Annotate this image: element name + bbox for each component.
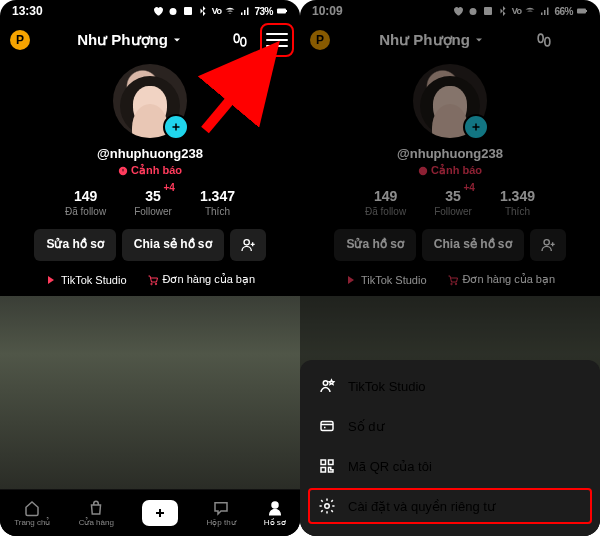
svg-point-5 — [241, 38, 246, 46]
nav-shop[interactable]: Cửa hàng — [79, 499, 114, 527]
stat-following[interactable]: 149 Đã follow — [365, 187, 406, 217]
svg-point-29 — [325, 504, 330, 509]
cart-icon — [147, 274, 159, 286]
sheet-qr[interactable]: Mã QR của tôi — [300, 446, 600, 486]
username[interactable]: @nhuphuong238 — [397, 146, 503, 161]
svg-point-22 — [455, 283, 457, 285]
svg-rect-28 — [321, 468, 326, 473]
svg-point-20 — [544, 240, 549, 245]
svg-point-9 — [155, 283, 157, 285]
footprint-icon[interactable] — [534, 30, 554, 50]
stat-label: Đã follow — [65, 206, 106, 217]
add-friend-icon — [540, 237, 556, 253]
stat-num: 149 — [74, 188, 97, 204]
stat-label: Thích — [200, 206, 235, 217]
stat-label: Đã follow — [365, 206, 406, 217]
alarm-icon — [167, 5, 179, 17]
p-badge[interactable]: P — [310, 30, 330, 50]
edit-profile-button[interactable]: Sửa hồ sơ — [334, 229, 415, 261]
footprint-icon[interactable] — [230, 30, 250, 50]
action-buttons: Sửa hồ sơ Chia sẻ hồ sơ — [0, 229, 300, 261]
quick-links: TikTok Studio Đơn hàng của bạn — [300, 273, 600, 286]
stat-followers[interactable]: 35+4 Follower — [434, 187, 472, 217]
warning-text: Cảnh báo — [431, 164, 482, 177]
link-studio[interactable]: TikTok Studio — [345, 273, 427, 286]
avatar-wrap[interactable] — [113, 64, 187, 138]
svg-rect-3 — [286, 10, 287, 12]
svg-point-18 — [545, 38, 550, 46]
stat-followers[interactable]: 35+4 Follower — [134, 187, 172, 217]
svg-point-8 — [150, 283, 152, 285]
profile-icon — [266, 499, 284, 517]
plus-icon — [170, 121, 182, 133]
menu-button[interactable] — [264, 27, 290, 53]
link-orders[interactable]: Đơn hàng của bạn — [147, 273, 256, 286]
stats-row: 149 Đã follow 35+4 Follower 1.349 Thích — [300, 187, 600, 217]
stat-label: Follower — [134, 206, 172, 217]
profile-title[interactable]: Như Phượng — [77, 31, 183, 49]
profile-title[interactable]: Như Phượng — [379, 31, 485, 49]
svg-point-4 — [234, 34, 239, 42]
nav-create[interactable] — [142, 500, 178, 526]
username[interactable]: @nhuphuong238 — [97, 146, 203, 161]
add-story-button[interactable] — [463, 114, 489, 140]
sheet-studio-text: TikTok Studio — [348, 379, 426, 394]
battery-pct: 73% — [254, 6, 273, 17]
stat-sup: +4 — [163, 182, 174, 193]
sheet-settings[interactable]: Cài đặt và quyền riêng tư — [306, 486, 594, 526]
svg-rect-25 — [321, 422, 333, 431]
shop-icon — [87, 499, 105, 517]
chevron-down-icon — [473, 34, 485, 46]
add-story-button[interactable] — [163, 114, 189, 140]
title-text: Như Phượng — [379, 31, 470, 49]
studio-icon — [345, 274, 357, 286]
sheet-studio[interactable]: TikTok Studio — [300, 366, 600, 406]
svg-point-17 — [538, 34, 543, 42]
stats-row: 149 Đã follow 35+4 Follower 1.347 Thích — [0, 187, 300, 217]
nav-profile-label: Hồ sơ — [264, 518, 286, 527]
quick-links: TikTok Studio Đơn hàng của bạn — [0, 273, 300, 286]
p-badge[interactable]: P — [10, 30, 30, 50]
svg-point-0 — [169, 8, 176, 15]
studio-icon — [45, 274, 57, 286]
chevron-down-icon — [171, 34, 183, 46]
vo-icon: Vo — [212, 6, 222, 16]
status-bar: 10:09 Vo 66% — [300, 0, 600, 22]
status-time: 13:30 — [12, 4, 43, 18]
warning-badge[interactable]: Cảnh báo — [118, 164, 182, 177]
battery-icon — [276, 5, 288, 17]
add-friend-icon — [240, 237, 256, 253]
add-friend-button[interactable] — [230, 229, 266, 261]
share-profile-button[interactable]: Chia sẻ hồ sơ — [422, 229, 524, 261]
stat-label: Thích — [500, 206, 535, 217]
svg-point-19 — [419, 166, 427, 174]
heart-icon — [152, 5, 164, 17]
sheet-balance[interactable]: Số dư — [300, 406, 600, 446]
stat-likes[interactable]: 1.347 Thích — [200, 187, 235, 217]
svg-rect-2 — [277, 9, 286, 14]
nav-home[interactable]: Trang chủ — [14, 499, 50, 527]
stat-following[interactable]: 149 Đã follow — [65, 187, 106, 217]
nav-profile[interactable]: Hồ sơ — [264, 499, 286, 527]
link-orders[interactable]: Đơn hàng của bạn — [447, 273, 556, 286]
svg-rect-27 — [329, 460, 334, 465]
menu-sheet: TikTok Studio Số dư Mã QR của tôi Cài đặ… — [300, 360, 600, 536]
link-studio[interactable]: TikTok Studio — [45, 273, 127, 286]
svg-rect-14 — [484, 7, 492, 15]
stat-likes[interactable]: 1.349 Thích — [500, 187, 535, 217]
wifi-icon — [224, 5, 236, 17]
nav-inbox[interactable]: Hộp thư — [206, 499, 235, 527]
svg-point-21 — [450, 283, 452, 285]
warning-badge[interactable]: Cảnh báo — [418, 164, 482, 177]
add-friend-button[interactable] — [530, 229, 566, 261]
edit-profile-button[interactable]: Sửa hồ sơ — [34, 229, 115, 261]
alarm-icon — [467, 5, 479, 17]
avatar-wrap[interactable] — [413, 64, 487, 138]
svg-point-11 — [272, 502, 278, 508]
phone-right: 10:09 Vo 66% P Như Phượng — [300, 0, 600, 536]
share-profile-button[interactable]: Chia sẻ hồ sơ — [122, 229, 224, 261]
nfc-icon — [482, 5, 494, 17]
qr-icon — [318, 457, 336, 475]
svg-point-7 — [244, 240, 249, 245]
link-studio-text: TikTok Studio — [361, 274, 427, 286]
